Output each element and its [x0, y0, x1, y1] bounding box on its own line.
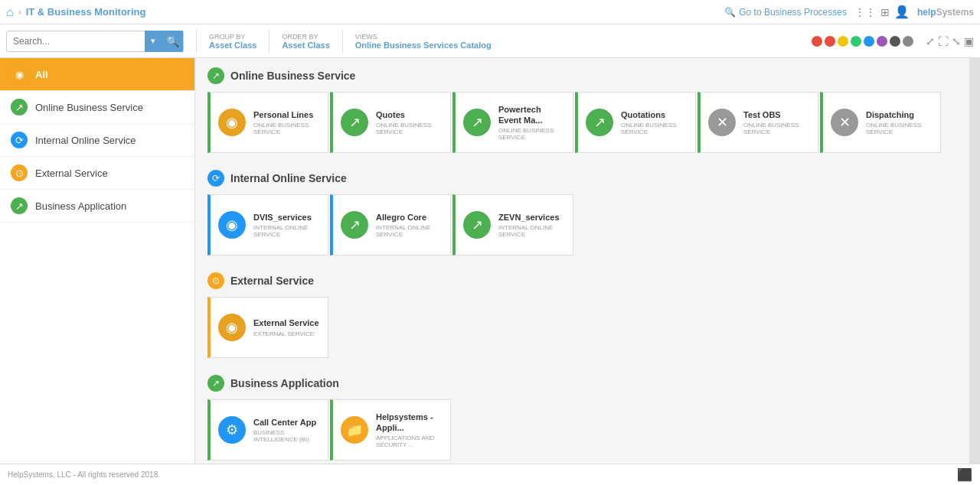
card-internal-online-service-0[interactable]: ◉DVIS_servicesINTERNAL ONLINE SERVICE — [207, 194, 328, 256]
section-title-external-service: External Service — [230, 275, 314, 287]
group-by-section: GROUP BY Asset Class — [209, 33, 256, 50]
go-to-business-link[interactable]: 🔍 Go to Business Processes — [724, 7, 847, 18]
color-dot-7[interactable] — [903, 36, 913, 47]
card-title-online-business-service-4: Test OBS — [743, 109, 810, 120]
breadcrumb-arrow: › — [18, 7, 21, 18]
nav-right-section: 🔍 Go to Business Processes ⋮⋮ ⊞ 👤 helpSy… — [724, 5, 974, 19]
card-icon-business-application-0: ⚙ — [218, 416, 246, 444]
order-by-value[interactable]: Asset Class — [282, 41, 329, 50]
group-by-value[interactable]: Asset Class — [209, 41, 256, 50]
fullscreen-icon[interactable]: ⤡ — [952, 35, 961, 47]
card-online-business-service-2[interactable]: ↗Powertech Event Ma...ONLINE BUSINESS SE… — [452, 92, 573, 153]
color-dot-4[interactable] — [864, 36, 874, 47]
card-online-business-service-1[interactable]: ↗QuotesONLINE BUSINESS SERVICE — [330, 92, 451, 153]
content-area: ↗Online Business Service◉Personal LinesO… — [195, 58, 969, 464]
card-internal-online-service-2[interactable]: ↗ZEVN_servicesINTERNAL ONLINE SERVICE — [452, 194, 573, 256]
toolbar-separator-3 — [342, 30, 343, 53]
view-icons-group: ⤢ ⛶ ⤡ ▣ — [926, 35, 974, 47]
order-by-label: ORDER BY — [282, 33, 329, 41]
search-filter-button[interactable]: ▾ — [145, 31, 162, 52]
toolbar-separator-1 — [196, 30, 197, 53]
card-subtitle-business-application-0: BUSINESS INTELLIGENCE (BI) — [253, 429, 320, 443]
card-subtitle-business-application-1: APPLICATIONS AND SECURITY ... — [376, 435, 443, 448]
filter-arrow-icon: ▾ — [151, 36, 155, 46]
sidebar-item-biz[interactable]: ↗Business Application — [0, 190, 194, 223]
card-icon-online-business-service-4: ✕ — [708, 109, 736, 136]
search-input[interactable] — [7, 36, 145, 47]
card-title-internal-online-service-0: DVIS_services — [253, 212, 320, 223]
sidebar-item-all[interactable]: ◉All — [0, 58, 194, 91]
card-icon-online-business-service-5: ✕ — [831, 109, 858, 136]
expand-icon[interactable]: ⛶ — [938, 35, 949, 47]
views-label: VIEWS — [355, 33, 492, 41]
footer: HelpSystems, LLC - All rights reserved 2… — [0, 464, 980, 485]
obs-sidebar-icon: ↗ — [11, 99, 28, 116]
card-title-online-business-service-3: Quotations — [621, 109, 688, 120]
color-dot-5[interactable] — [877, 36, 887, 47]
sidebar-label-all: All — [35, 69, 48, 80]
sidebar-item-obs[interactable]: ↗Online Business Service — [0, 91, 194, 124]
card-subtitle-online-business-service-1: ONLINE BUSINESS SERVICE — [376, 122, 443, 135]
sidebar-item-ios[interactable]: ⟳Internal Online Service — [0, 124, 194, 157]
color-dot-6[interactable] — [890, 36, 900, 47]
card-text-internal-online-service-1: Allegro CoreINTERNAL ONLINE SERVICE — [376, 212, 443, 238]
card-online-business-service-3[interactable]: ↗QuotationsONLINE BUSINESS SERVICE — [575, 92, 696, 153]
sidebar-item-ext[interactable]: ⊙External Service — [0, 157, 194, 190]
card-icon-internal-online-service-0: ◉ — [218, 211, 246, 239]
card-title-internal-online-service-1: Allegro Core — [376, 212, 443, 223]
card-subtitle-online-business-service-0: ONLINE BUSINESS SERVICE — [253, 122, 320, 135]
card-subtitle-external-service-0: EXTERNAL SERVICE — [253, 330, 319, 337]
section-online-business-service: ↗Online Business Service◉Personal LinesO… — [207, 67, 957, 155]
home-icon[interactable]: ⌂ — [6, 5, 14, 19]
section-header-internal-online-service: ⟳Internal Online Service — [207, 170, 957, 187]
card-online-business-service-5[interactable]: ✕DispatchingONLINE BUSINESS SERVICE — [820, 92, 941, 153]
color-dot-0[interactable] — [812, 36, 822, 47]
card-subtitle-online-business-service-2: ONLINE BUSINESS SERVICE — [498, 127, 565, 141]
section-title-internal-online-service: Internal Online Service — [230, 172, 347, 184]
card-text-online-business-service-3: QuotationsONLINE BUSINESS SERVICE — [621, 109, 688, 135]
card-icon-external-service-0: ◉ — [218, 314, 246, 341]
user-icon[interactable]: 👤 — [894, 5, 910, 19]
views-value[interactable]: Online Business Services Catalog — [355, 41, 492, 50]
card-internal-online-service-1[interactable]: ↗Allegro CoreINTERNAL ONLINE SERVICE — [330, 194, 451, 256]
card-online-business-service-4[interactable]: ✕Test OBSONLINE BUSINESS SERVICE — [697, 92, 818, 153]
card-online-business-service-0[interactable]: ◉Personal LinesONLINE BUSINESS SERVICE — [207, 92, 328, 153]
search-container: ▾ 🔍 — [6, 31, 184, 52]
fit-icon[interactable]: ⤢ — [926, 35, 935, 47]
card-business-application-1[interactable]: 📁Helpsystems - Appli...APPLICATIONS AND … — [330, 399, 451, 461]
card-external-service-0[interactable]: ◉External ServiceEXTERNAL SERVICE — [207, 297, 328, 358]
card-title-online-business-service-2: Powertech Event Ma... — [498, 104, 565, 126]
section-icon-online-business-service: ↗ — [207, 67, 224, 84]
section-internal-online-service: ⟳Internal Online Service◉DVIS_servicesIN… — [207, 170, 957, 257]
card-icon-online-business-service-0: ◉ — [218, 109, 246, 136]
card-title-online-business-service-0: Personal Lines — [253, 109, 320, 120]
card-text-online-business-service-5: DispatchingONLINE BUSINESS SERVICE — [866, 109, 933, 135]
cards-row-external-service: ◉External ServiceEXTERNAL SERVICE — [207, 297, 957, 360]
color-dot-3[interactable] — [851, 36, 861, 47]
card-icon-business-application-1: 📁 — [341, 416, 368, 444]
section-header-business-application: ↗Business Application — [207, 375, 957, 392]
scrollbar-area[interactable] — [969, 58, 980, 464]
copyright-text: HelpSystems, LLC - All rights reserved 2… — [8, 470, 160, 479]
section-icon-internal-online-service: ⟳ — [207, 170, 224, 187]
sidebar-label-ext: External Service — [35, 168, 108, 179]
section-business-application: ↗Business Application⚙Call Center AppBUS… — [207, 375, 957, 462]
footer-icon: ⬛ — [957, 467, 972, 482]
card-title-business-application-1: Helpsystems - Appli... — [376, 412, 443, 434]
section-icon-business-application: ↗ — [207, 375, 224, 392]
card-subtitle-internal-online-service-0: INTERNAL ONLINE SERVICE — [253, 224, 320, 238]
search-button[interactable]: 🔍 — [162, 31, 183, 52]
grid-icon[interactable]: ⊞ — [880, 6, 890, 18]
bars-icon[interactable]: ⋮⋮ — [854, 6, 876, 18]
sidebar-label-ios: Internal Online Service — [35, 135, 136, 146]
card-icon-online-business-service-1: ↗ — [341, 109, 368, 136]
views-section: VIEWS Online Business Services Catalog — [355, 33, 492, 50]
sidebar-label-biz: Business Application — [35, 200, 126, 212]
color-dot-2[interactable] — [838, 36, 848, 47]
cards-row-business-application: ⚙Call Center AppBUSINESS INTELLIGENCE (B… — [207, 399, 957, 462]
section-title-business-application: Business Application — [230, 377, 339, 389]
color-dot-1[interactable] — [825, 36, 835, 47]
card-business-application-0[interactable]: ⚙Call Center AppBUSINESS INTELLIGENCE (B… — [207, 399, 328, 461]
search-nav-icon: 🔍 — [724, 7, 736, 18]
layout-icon[interactable]: ▣ — [964, 35, 974, 47]
